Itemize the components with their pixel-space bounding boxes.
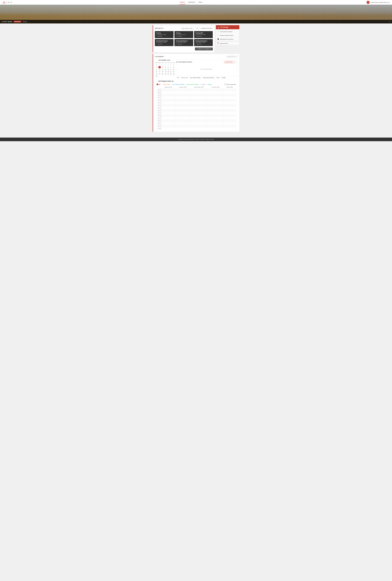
add-plan-button[interactable]: + ADD PLAN [224,61,233,63]
calendar-cell[interactable] [223,109,236,112]
calendar-cell[interactable] [223,107,236,109]
calendar-cell[interactable] [176,122,190,125]
calendar-day[interactable]: 14 [170,68,172,70]
calendar-day[interactable]: 27 [158,64,161,66]
calendar-cell[interactable] [176,117,190,120]
calendar-cell[interactable] [161,125,176,127]
calendar-cell[interactable] [176,127,190,130]
prev-month-button[interactable]: ‹ [155,59,155,61]
calendar-day[interactable]: 26 [155,64,158,66]
calendar-cell[interactable] [190,107,208,109]
calendar-cell[interactable] [161,117,176,120]
calendar-cell[interactable] [161,96,176,99]
calendar-day[interactable]: 4 [167,75,169,77]
nav-dashboard[interactable]: Dashboard [188,0,196,4]
calendar-day[interactable]: 5 [164,66,167,68]
calendar-cell[interactable] [190,114,208,117]
calendar-cell[interactable] [223,125,236,127]
calendar-cell[interactable] [223,96,236,99]
calendar-day[interactable]: 30 [155,75,158,77]
calendar-day[interactable]: 24 [158,73,161,75]
calendar-cell[interactable] [190,117,208,120]
calendar-day[interactable]: 29 [164,64,167,66]
calendar-day[interactable]: 17 [158,71,161,73]
calendar-cell[interactable] [223,122,236,125]
calendar-cell[interactable] [161,91,176,94]
calendar-day[interactable]: 31 [170,64,172,66]
table-row[interactable]: Testing Project REF 12344 ⏱ 05/08/19 [155,31,174,38]
filter-exec-report[interactable]: ✓ Exec Report Writing [171,84,184,85]
calendar-cell[interactable] [190,122,208,125]
calendar-cell[interactable] [223,117,236,120]
calendar-day[interactable]: 9 [155,68,158,70]
calendar-cell[interactable] [190,94,208,96]
calendar-cell[interactable] [190,102,208,104]
calendar-day[interactable]: 27 [167,73,169,75]
person-select[interactable]: select person [226,55,238,58]
calendar-cell[interactable] [223,89,236,91]
calendar-cell[interactable] [161,127,176,130]
calendar-cell[interactable] [190,109,208,112]
calendar-day[interactable]: 26 [164,73,167,75]
list-item[interactable]: 📄 Historic projects search [216,34,239,37]
calendar-cell[interactable] [176,94,190,96]
nav-projects[interactable]: Projects [179,0,185,4]
calendar-day[interactable]: 10 [158,68,161,70]
calendar-cell[interactable] [176,109,190,112]
calendar-cell[interactable] [208,112,223,114]
calendar-cell[interactable] [223,120,236,122]
calendar-day[interactable]: 21 [170,71,172,73]
calendar-day[interactable]: 28 [170,73,172,75]
calendar-cell[interactable] [190,120,208,122]
calendar-day[interactable]: 30 [167,64,169,66]
calendar-cell[interactable] [208,109,223,112]
calendar-cell[interactable] [223,127,236,130]
calendar-cell[interactable] [161,109,176,112]
tca-storage-button[interactable]: ☁ TCA Storage [216,25,239,29]
calendar-day[interactable]: 23 [155,73,158,75]
filter-time-on-site[interactable]: ✓ Time on site [162,84,170,85]
show-weekends-toggle[interactable]: Show weekends [224,84,236,85]
calendar-cell[interactable] [208,114,223,117]
calendar-cell[interactable] [190,125,208,127]
filter-sangr-report[interactable]: ✓ Sangr Report Writing [185,84,199,85]
calendar-day[interactable]: 22 [172,71,175,73]
calendar-cell[interactable] [161,102,176,104]
calendar-cell[interactable] [208,99,223,102]
calendar-day[interactable]: 11 [161,68,164,70]
calendar-cell[interactable] [208,89,223,91]
events-next-button[interactable]: › [235,64,236,74]
calendar-cell[interactable] [176,120,190,122]
calendar-day[interactable]: 5 [170,75,172,77]
calendar-cell[interactable] [161,104,176,107]
calendar-cell[interactable] [223,91,236,94]
calendar-cell[interactable] [190,112,208,114]
calendar-day[interactable]: 28 [161,64,164,66]
calendar-cell[interactable] [208,107,223,109]
list-item[interactable]: 📄 Corporate documents [216,30,239,34]
calendar-cell[interactable] [208,94,223,96]
table-row[interactable]: Testing ABC Project REF 12345 ⏱ 15/07/19 [194,31,213,38]
table-row[interactable]: Testing Project REF 11112 ⏱ 01/08/19 [175,31,193,38]
next-week-button[interactable]: › [174,80,175,82]
view-all-button[interactable]: ⊙ VIEW ALL PROJECTS [195,48,213,50]
nav-admin[interactable]: Admin [198,0,203,4]
table-row[interactable]: Testing Dashboard Project REF 12329 ⏱ 10… [175,39,193,46]
calendar-cell[interactable] [223,114,236,117]
list-item[interactable]: 📱 Manufacturer Literature [216,37,239,41]
calendar-cell[interactable] [208,125,223,127]
calendar-cell[interactable] [176,89,190,91]
calendar-cell[interactable] [208,102,223,104]
calendar-day[interactable]: 12 [164,68,167,70]
project-search-input[interactable] [182,28,196,29]
refresh-button[interactable]: ↻ [233,61,236,64]
calendar-cell[interactable] [190,127,208,130]
table-row[interactable]: Dashboard Project Project REF 12345 ⏱ 10… [155,39,174,46]
calendar-cell[interactable] [161,107,176,109]
calendar-cell[interactable] [176,114,190,117]
filter-all[interactable]: ✓ All [157,84,160,85]
calendar-cell[interactable] [190,91,208,94]
calendar-day[interactable]: 2 [161,75,164,77]
calendar-day[interactable]: 7 [170,66,172,68]
calendar-day[interactable]: 15 [172,68,175,70]
